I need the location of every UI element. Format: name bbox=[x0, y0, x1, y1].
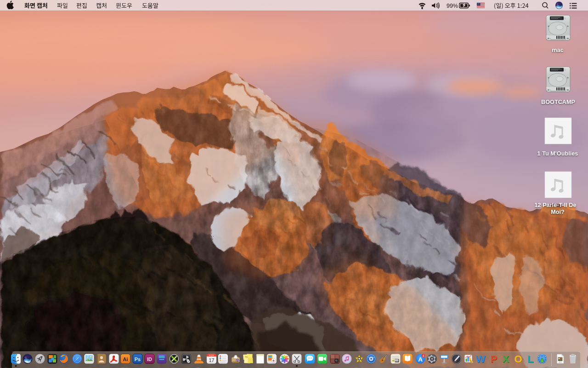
svg-text:W: W bbox=[476, 353, 486, 365]
svg-text:P: P bbox=[491, 353, 498, 365]
svg-text:99%: 99% bbox=[447, 3, 458, 9]
svg-text:O: O bbox=[514, 353, 522, 365]
svg-text:Ps: Ps bbox=[135, 356, 141, 362]
svg-text:Ai: Ai bbox=[123, 356, 128, 362]
svg-text:17: 17 bbox=[209, 357, 214, 363]
svg-text:X: X bbox=[503, 353, 509, 365]
svg-text:L: L bbox=[527, 353, 533, 365]
svg-text:일요일: 일요일 bbox=[209, 355, 214, 356]
svg-text:4: 4 bbox=[423, 354, 424, 357]
svg-text:ID: ID bbox=[147, 356, 152, 362]
svg-text:Mga: Mga bbox=[245, 356, 248, 358]
svg-text:JPG: JPG bbox=[559, 362, 562, 363]
